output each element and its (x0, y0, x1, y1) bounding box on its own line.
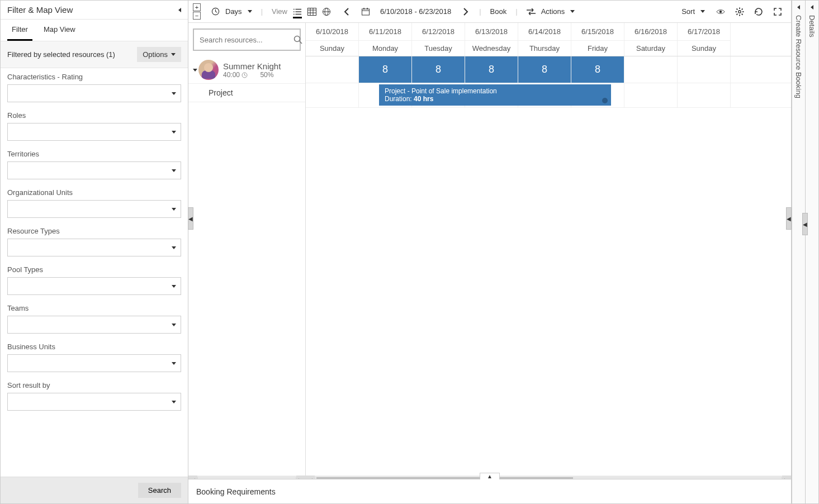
capacity-cell[interactable] (624, 56, 678, 83)
booking-requirements-bar[interactable]: ▲ Booking Requirements (188, 479, 791, 503)
project-label[interactable]: Project (188, 84, 305, 102)
expand-resource-icon[interactable] (193, 69, 197, 72)
sort-group: Sort (677, 7, 709, 16)
filter-label: Resource Types (7, 227, 181, 235)
filter-select-org-units[interactable] (7, 200, 181, 218)
capacity-block: 8 (359, 56, 411, 83)
filter-org-units: Organizational Units (7, 188, 181, 218)
collapse-all-button[interactable]: − (193, 12, 201, 20)
day-date: 6/15/2018 (571, 23, 624, 41)
day-col: 6/16/2018Saturday (624, 23, 678, 56)
capacity-cell[interactable]: 8 (465, 56, 518, 83)
day-name: Monday (359, 41, 411, 56)
clock-icon (211, 7, 220, 16)
svg-point-29 (295, 36, 300, 42)
filter-select-teams[interactable] (7, 316, 181, 334)
day-col: 6/14/2018Thursday (518, 23, 571, 56)
project-cell[interactable] (678, 83, 731, 107)
day-date: 6/17/2018 (678, 23, 730, 41)
capacity-cell[interactable] (306, 56, 359, 83)
capacity-cell[interactable]: 8 (571, 56, 624, 83)
details-splitter[interactable]: ◀ (802, 213, 808, 235)
filter-select-business-units[interactable] (7, 354, 181, 372)
resource-row[interactable]: Summer Knight 40:00 50% (188, 56, 305, 84)
filter-select-roles[interactable] (7, 123, 181, 141)
filter-select-characteristics[interactable] (7, 84, 181, 102)
filter-search-bar: Search (1, 477, 188, 503)
booking-handle-icon[interactable] (602, 98, 608, 103)
collapse-left-panel-icon[interactable] (178, 8, 181, 12)
eye-icon[interactable] (716, 7, 725, 16)
capacity-cell[interactable]: 8 (359, 56, 412, 83)
filter-label: Teams (7, 304, 181, 312)
list-view-icon[interactable] (293, 9, 302, 18)
grid-view-icon[interactable] (307, 7, 316, 16)
expand-collapse-group: + − (193, 3, 201, 20)
filter-select-sort-result[interactable] (7, 393, 181, 411)
calendar-icon[interactable] (361, 7, 370, 16)
resource-subinfo: 40:00 50% (223, 71, 301, 79)
create-booking-rail[interactable]: Create Resource Booking (792, 1, 805, 503)
filter-label: Territories (7, 150, 181, 158)
options-dropdown[interactable]: Options (137, 47, 181, 62)
booking-bar[interactable]: Project - Point of Sale implementation D… (379, 84, 611, 106)
svg-line-30 (300, 41, 302, 44)
filter-select-territories[interactable] (7, 161, 181, 179)
clock-icon (242, 72, 248, 78)
expand-all-button[interactable]: + (193, 3, 201, 11)
day-name: Sunday (678, 41, 730, 56)
details-rail[interactable]: Details ◀ (805, 1, 818, 503)
capacity-cell[interactable] (678, 56, 731, 83)
sort-dropdown[interactable]: Sort (681, 7, 705, 16)
actions-dropdown[interactable]: Actions (541, 7, 575, 16)
booking-duration-label: Duration: (385, 95, 412, 103)
options-label: Options (143, 50, 168, 59)
project-cell[interactable] (306, 83, 359, 107)
resource-info: Summer Knight 40:00 50% (223, 61, 301, 79)
svg-line-27 (737, 13, 738, 15)
capacity-cell[interactable]: 8 (412, 56, 465, 83)
next-period-button[interactable] (461, 7, 470, 16)
day-name: Tuesday (412, 41, 465, 56)
globe-view-icon[interactable] (322, 7, 331, 16)
separator: | (477, 7, 483, 16)
tab-map-view[interactable]: Map View (39, 20, 80, 41)
view-label: View (272, 7, 287, 16)
project-cell[interactable] (624, 83, 678, 107)
booking-duration-value: 40 hrs (414, 95, 433, 103)
fullscreen-icon[interactable] (773, 7, 782, 16)
search-icon[interactable] (293, 35, 302, 44)
capacity-cell[interactable]: 8 (518, 56, 571, 83)
refresh-icon[interactable] (754, 7, 763, 16)
tab-filter[interactable]: Filter (7, 20, 32, 41)
day-name: Saturday (624, 41, 677, 56)
svg-rect-15 (362, 9, 369, 15)
book-button[interactable]: Book (490, 7, 507, 16)
booking-requirements-toggle-icon[interactable]: ▲ (480, 473, 500, 479)
resource-percent: 50% (260, 71, 273, 79)
resource-search-input[interactable] (200, 36, 293, 44)
filter-select-pool-types[interactable] (7, 277, 181, 295)
chevron-down-icon (172, 324, 176, 326)
date-nav: 6/10/2018 - 6/23/2018 (338, 7, 475, 16)
resource-search (193, 28, 301, 51)
capacity-row: 8 8 8 8 8 (306, 56, 791, 83)
chevron-left-icon[interactable] (811, 5, 813, 9)
prev-period-button[interactable] (342, 7, 351, 16)
chevron-down-icon (172, 285, 176, 288)
chevron-down-icon (172, 92, 176, 95)
schedule-grid: 6/10/2018Sunday 6/11/2018Monday 6/12/201… (306, 23, 791, 484)
chevron-left-icon[interactable] (797, 5, 800, 9)
svg-line-25 (737, 8, 738, 9)
gear-icon[interactable] (735, 7, 744, 16)
day-date: 6/16/2018 (624, 23, 677, 41)
day-date: 6/11/2018 (359, 23, 411, 41)
resource-time: 40:00 (223, 71, 240, 79)
view-group: View (267, 7, 335, 16)
left-splitter[interactable]: ◀ (188, 207, 193, 230)
day-col: 6/15/2018Friday (571, 23, 624, 56)
search-button[interactable]: Search (138, 483, 181, 498)
days-dropdown[interactable]: Days (225, 7, 252, 16)
day-name: Friday (571, 41, 624, 56)
filter-select-resource-types[interactable] (7, 239, 181, 256)
